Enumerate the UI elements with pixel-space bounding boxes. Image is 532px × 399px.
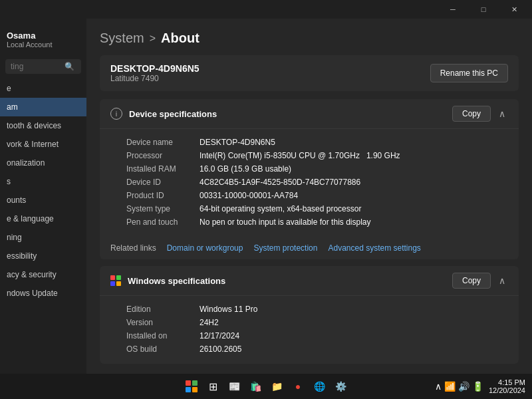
windows-specs-title: Windows specifications: [128, 276, 225, 286]
windows-specs-collapse-button[interactable]: ∧: [496, 274, 508, 287]
clock-date: 12/20/2024: [489, 386, 525, 394]
pc-name: DESKTOP-4D9N6N5: [110, 63, 200, 74]
volume-icon[interactable]: 🔊: [458, 381, 469, 392]
widgets-icon[interactable]: 📰: [225, 378, 243, 395]
info-icon: i: [110, 108, 122, 120]
sidebar-item-s[interactable]: s: [0, 172, 86, 191]
chrome-icon[interactable]: ●: [289, 378, 307, 395]
battery-icon[interactable]: 🔋: [472, 381, 483, 392]
device-specs-table: Device name DESKTOP-4D9N6N5 Processor In…: [100, 129, 519, 237]
windows-specs-header: Windows specifications Copy ∧: [100, 266, 519, 296]
spec-value-processor: Intel(R) Core(TM) i5-8350U CPU @ 1.70GHz…: [200, 151, 400, 160]
taskbar-center: ⊞ 📰 🛍️ 📁 ● 🌐 ⚙️: [183, 378, 349, 395]
related-link-domain[interactable]: Domain or workgroup: [167, 243, 243, 253]
sidebar-item-gaming[interactable]: ning: [0, 228, 86, 247]
device-specs-title-row: i Device specifications: [110, 108, 217, 120]
spec-label-edition: Edition: [126, 305, 200, 314]
device-specs-copy-button[interactable]: Copy: [452, 106, 491, 122]
spec-label-system-type: System type: [126, 204, 200, 213]
spec-value-edition: Windows 11 Pro: [200, 305, 257, 314]
spec-row-system-type: System type 64-bit operating system, x64…: [126, 202, 508, 215]
rename-pc-button[interactable]: Rename this PC: [430, 64, 508, 82]
device-specs-card: i Device specifications Copy ∧ Device na…: [100, 99, 519, 259]
spec-row-os-build: OS build 26100.2605: [126, 342, 508, 356]
sidebar-item-accounts[interactable]: ounts: [0, 191, 86, 209]
spec-row-product-id: Product ID 00331-10000-00001-AA784: [126, 189, 508, 202]
spec-value-os-build: 26100.2605: [200, 344, 241, 354]
spec-value-pen-touch: No pen or touch input is available for t…: [200, 217, 370, 227]
taskbar: ⊞ 📰 🛍️ 📁 ● 🌐 ⚙️ ∧ 📶 🔊 🔋 4:15 PM 12/20/20…: [0, 374, 532, 399]
store-icon[interactable]: 🛍️: [247, 378, 264, 395]
spec-label-ram: Installed RAM: [126, 164, 200, 174]
spec-label-version: Version: [126, 318, 200, 327]
windows-icon: [110, 275, 121, 286]
main-content: System > About DESKTOP-4D9N6N5 Latitude …: [86, 19, 532, 379]
spec-label-device-name: Device name: [126, 138, 200, 147]
related-links: Related links Domain or workgroup System…: [100, 237, 519, 259]
related-link-system-protection[interactable]: System protection: [253, 243, 317, 253]
edge-icon[interactable]: 🌐: [311, 378, 328, 395]
spec-label-product-id: Product ID: [126, 191, 200, 200]
spec-label-pen-touch: Pen and touch: [126, 217, 200, 227]
sidebar-username: Osama: [7, 31, 80, 41]
search-input[interactable]: [11, 62, 61, 71]
breadcrumb-separator: >: [150, 33, 156, 45]
sidebar-item-am[interactable]: am: [0, 98, 86, 116]
clock-time: 4:15 PM: [489, 378, 525, 386]
spec-value-system-type: 64-bit operating system, x64-based proce…: [200, 204, 361, 213]
device-specs-collapse-button[interactable]: ∧: [496, 107, 508, 120]
spec-row-processor: Processor Intel(R) Core(TM) i5-8350U CPU…: [126, 149, 508, 162]
sidebar-user: Osama Local Account: [0, 25, 86, 57]
windows-specs-title-row: Windows specifications: [110, 275, 225, 286]
spec-row-ram: Installed RAM 16.0 GB (15.9 GB usable): [126, 162, 508, 176]
breadcrumb-parent[interactable]: System: [100, 31, 144, 46]
sidebar-item-accessibility[interactable]: essibility: [0, 247, 86, 265]
pc-name-card: DESKTOP-4D9N6N5 Latitude 7490 Rename thi…: [100, 55, 519, 91]
sidebar-item-bluetooth[interactable]: tooth & devices: [0, 116, 86, 135]
sidebar-item-personalization[interactable]: onalization: [0, 154, 86, 172]
related-link-advanced-system[interactable]: Advanced system settings: [328, 243, 420, 253]
folder-icon[interactable]: 📁: [268, 378, 285, 395]
related-links-label: Related links: [110, 243, 156, 253]
tray-chevron-icon[interactable]: ∧: [435, 381, 442, 392]
breadcrumb: System > About: [100, 31, 519, 46]
minimize-button[interactable]: ─: [438, 0, 468, 19]
spec-row-installed-on: Installed on 12/17/2024: [126, 329, 508, 342]
spec-row-version: Version 24H2: [126, 316, 508, 329]
sidebar-item-network[interactable]: vork & Internet: [0, 135, 86, 154]
close-button[interactable]: ✕: [499, 0, 529, 19]
spec-row-edition: Edition Windows 11 Pro: [126, 303, 508, 316]
sidebar-item-language[interactable]: e & language: [0, 209, 86, 228]
spec-value-installed-on: 12/17/2024: [200, 331, 239, 340]
windows-specs-copy-button[interactable]: Copy: [452, 273, 491, 289]
spec-value-device-name: DESKTOP-4D9N6N5: [200, 138, 275, 147]
windows-specs-table: Edition Windows 11 Pro Version 24H2 Inst…: [100, 296, 519, 364]
maximize-button[interactable]: □: [468, 0, 499, 19]
start-button[interactable]: [183, 378, 200, 395]
spec-value-version: 24H2: [200, 318, 219, 327]
breadcrumb-current: About: [161, 31, 200, 46]
sidebar-item-e[interactable]: e: [0, 79, 86, 98]
search-icon: 🔍: [65, 62, 74, 71]
wifi-icon[interactable]: 📶: [444, 381, 456, 392]
taskview-icon[interactable]: ⊞: [204, 378, 221, 395]
sidebar-user-type: Local Account: [7, 41, 80, 49]
sidebar-item-privacy[interactable]: acy & security: [0, 265, 86, 284]
spec-label-os-build: OS build: [126, 344, 200, 354]
taskbar-right: ∧ 📶 🔊 🔋 4:15 PM 12/20/2024: [435, 378, 525, 394]
spec-label-device-id: Device ID: [126, 178, 200, 187]
spec-label-processor: Processor: [126, 151, 200, 160]
device-specs-title: Device specifications: [129, 109, 217, 119]
title-bar: ─ □ ✕: [0, 0, 532, 19]
spec-row-device-id: Device ID 4C82C4B5-1A9F-4525-850D-74BC77…: [126, 176, 508, 189]
spec-label-installed-on: Installed on: [126, 331, 200, 340]
spec-value-ram: 16.0 GB (15.9 GB usable): [200, 164, 291, 174]
spec-row-pen-touch: Pen and touch No pen or touch input is a…: [126, 215, 508, 229]
clock[interactable]: 4:15 PM 12/20/2024: [489, 378, 525, 394]
pc-model: Latitude 7490: [110, 74, 200, 83]
sidebar-item-windows-update[interactable]: ndows Update: [0, 284, 86, 303]
sidebar-search[interactable]: 🔍: [5, 59, 81, 74]
windows-specs-card: Windows specifications Copy ∧ Edition Wi…: [100, 266, 519, 364]
settings-icon[interactable]: ⚙️: [332, 378, 349, 395]
spec-value-device-id: 4C82C4B5-1A9F-4525-850D-74BC77077886: [200, 178, 360, 187]
